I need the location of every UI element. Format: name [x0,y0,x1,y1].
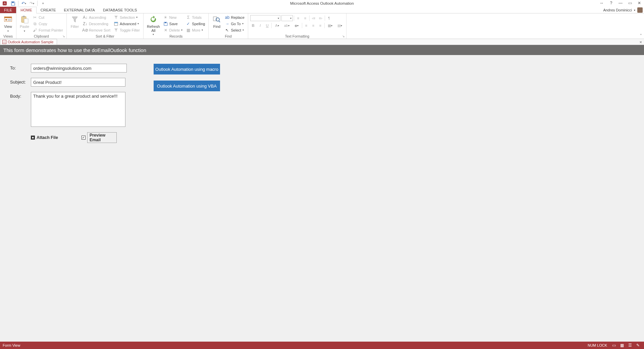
form-view-icon[interactable]: ▭ [610,343,617,348]
new-button[interactable]: ☀New [162,14,184,20]
copy-button[interactable]: ⧉Copy [31,20,64,27]
cut-button[interactable]: ✂Cut [31,14,64,20]
ascending-button[interactable]: A↓Ascending [82,14,112,20]
replace-button[interactable]: abReplace [223,14,246,20]
save-icon[interactable] [9,0,16,6]
view-button[interactable]: View▾ [2,14,14,34]
titlebar: A ↶▾ ↷▾ ▾ Microsoft Access Outlook Autom… [0,0,644,7]
advanced-button[interactable]: Advanced▾ [112,20,141,27]
svg-text:A: A [4,2,6,5]
ribbon-tab-row: FILE HOME CREATE EXTERNAL DATA DATABASE … [0,7,644,13]
tab-database-tools[interactable]: DATABASE TOOLS [99,7,141,13]
select-button[interactable]: ↖Select▾ [223,27,246,33]
ribbon-display-icon[interactable]: ↔ [598,0,606,6]
font-size-combo[interactable]: ▾ [281,15,293,21]
status-bar: Form View NUM LOCK ▭ ▦ ☰ ✎ [0,342,644,349]
fill-color-icon[interactable]: ◆▾ [292,22,301,29]
spelling-button[interactable]: ✓Spelling [184,20,206,27]
numbering-icon[interactable]: ≡ [302,15,308,21]
attach-file-checkbox[interactable]: ■ Attach File [31,135,58,140]
cut-label: Cut [39,15,44,19]
totals-icon: Σ [186,15,191,20]
delete-label: Delete [169,28,180,32]
redo-icon[interactable]: ↷▾ [29,0,35,6]
group-label-sortfilter: Sort & Filter [96,34,114,39]
copy-label: Copy [39,22,47,26]
sort-desc-icon: Z↓ [83,21,88,26]
refresh-icon [149,15,158,24]
design-view-icon[interactable]: ✎ [635,343,641,348]
tab-create[interactable]: CREATE [37,7,60,13]
user-dropdown-icon[interactable]: ▾ [634,9,635,12]
outlook-macro-button[interactable]: Outlook Automation using macro [154,64,220,74]
totals-button[interactable]: ΣTotals [184,14,206,20]
undo-icon[interactable]: ↶▾ [20,0,27,6]
italic-icon[interactable]: I [257,22,263,29]
underline-icon[interactable]: U [264,22,270,29]
datasheet-view-icon[interactable]: ▦ [619,343,625,348]
svg-rect-9 [5,19,7,20]
gridlines-icon[interactable]: ▦▾ [326,22,334,29]
indent-decrease-icon[interactable]: ‹≡ [311,15,317,21]
toggle-filter-button[interactable]: Toggle Filter [112,27,141,33]
tab-home[interactable]: HOME [16,7,37,13]
align-center-icon[interactable]: ≡ [310,22,316,29]
view-label: View [4,24,12,29]
avatar[interactable] [637,7,643,13]
layout-view-icon[interactable]: ☰ [627,343,633,348]
form-icon: ▭ [2,40,6,44]
restore-icon[interactable]: ▭ [626,0,634,6]
desc-label: Descending [89,22,108,26]
qat-customize-icon[interactable]: ▾ [40,0,46,6]
find-button[interactable]: Find [211,14,223,29]
font-color-icon[interactable]: A▾ [273,22,281,29]
advanced-icon [114,21,118,26]
ribbon-group-clipboard: Paste▾ ✂Cut ⧉Copy 🖌Format Painter Clipbo… [16,13,67,39]
selection-button[interactable]: Selection▾ [112,14,141,20]
highlight-icon[interactable]: ab▾ [282,22,291,29]
remove-sort-button[interactable]: A⊘Remove Sort [82,27,112,33]
font-combo[interactable]: ▾ [250,15,280,21]
refresh-all-button[interactable]: Refresh All▾ [146,14,161,37]
minimize-icon[interactable]: — [616,0,625,6]
to-label: To: [10,64,31,70]
totals-label: Totals [192,15,202,19]
textfmt-launcher-icon[interactable]: ↘ [341,34,345,38]
align-right-icon[interactable]: ≡ [317,22,323,29]
bold-icon[interactable]: B [250,22,256,29]
delete-button[interactable]: ✕Delete▾ [162,27,184,33]
goto-button[interactable]: →Go To▾ [223,20,246,27]
paste-icon [20,15,29,24]
paste-button[interactable]: Paste▾ [18,14,31,34]
preview-email-checkbox[interactable]: ✓ Preview Email [82,132,117,143]
more-button[interactable]: ▦More▾ [184,27,206,33]
select-label: Select [231,28,241,32]
text-direction-icon[interactable]: ¶ [326,15,332,21]
close-document-icon[interactable]: × [639,40,642,45]
descending-button[interactable]: Z↓Descending [82,20,112,27]
access-app-icon[interactable]: A [1,0,8,6]
collapse-ribbon-icon[interactable]: ˄ [640,34,642,38]
body-field[interactable] [31,92,125,127]
document-tab[interactable]: ▭ Outlook Automation Sample [0,39,57,45]
align-left-icon[interactable]: ≡ [303,22,309,29]
to-field[interactable] [31,64,127,72]
filter-button[interactable]: Filter [69,14,81,29]
refresh-label: Refresh All [147,24,160,33]
help-icon[interactable]: ? [607,0,615,6]
goto-icon: → [225,21,229,26]
tab-file[interactable]: FILE [0,7,16,13]
clipboard-launcher-icon[interactable]: ↘ [62,34,66,38]
save-record-button[interactable]: Save [162,20,184,27]
format-painter-button[interactable]: 🖌Format Painter [31,27,64,33]
outlook-vba-button[interactable]: Outlook Automation using VBA [154,81,220,91]
find-label: Find [213,24,220,29]
close-icon[interactable]: ✕ [635,0,643,6]
indent-increase-icon[interactable]: ≡› [318,15,324,21]
user-name[interactable]: Andres Dominicci [603,8,632,12]
toggle-filter-label: Toggle Filter [120,28,140,32]
tab-external-data[interactable]: EXTERNAL DATA [60,7,99,13]
subject-field[interactable] [31,78,125,87]
alt-row-color-icon[interactable]: ▤▾ [335,22,344,29]
bullets-icon[interactable]: ≡ [295,15,301,21]
